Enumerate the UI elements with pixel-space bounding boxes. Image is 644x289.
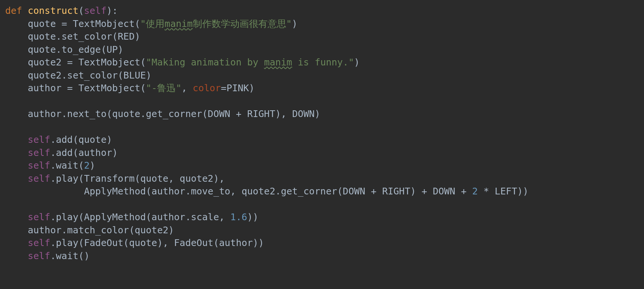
statement: quote2.set_color(BLUE) xyxy=(28,70,151,81)
code-editor[interactable]: def construct(self): quote = TextMobject… xyxy=(0,0,644,262)
spellcheck-squiggle: manim xyxy=(164,18,192,29)
continuation: ApplyMethod(author.move_to, quote2.get_c… xyxy=(84,186,472,197)
indent xyxy=(5,44,28,55)
code-line: quote.to_edge(UP) xyxy=(5,44,123,55)
indent xyxy=(5,70,28,81)
function-name: construct xyxy=(28,5,78,16)
paren-close-colon: ): xyxy=(107,5,118,16)
code-line: quote2 = TextMobject("Making animation b… xyxy=(5,57,360,68)
code-line: quote = TextMobject("使用manim制作数学动画很有意思") xyxy=(5,18,298,29)
string-text: 制作数学动画很有意思 xyxy=(193,18,286,29)
string-text: is funny. xyxy=(292,57,349,68)
code-line: author.match_color(quote2) xyxy=(5,225,174,236)
identifier: quote2 xyxy=(28,57,67,68)
paren-close: ) xyxy=(90,160,95,171)
indent xyxy=(5,134,28,145)
indent xyxy=(5,57,28,68)
statement: author.match_color(quote2) xyxy=(28,225,174,236)
code-line: author = TextMobject("-鲁迅", color=PINK) xyxy=(5,83,255,93)
self-ref: self xyxy=(28,212,50,222)
indent xyxy=(5,212,28,222)
code-line: def construct(self): xyxy=(5,5,118,16)
equals: = xyxy=(62,18,67,29)
code-line: ApplyMethod(author.move_to, quote2.get_c… xyxy=(5,186,529,197)
number-literal: 2 xyxy=(84,160,90,171)
method-call: .add(quote) xyxy=(50,134,112,145)
self-ref: self xyxy=(28,173,50,184)
string-open: " xyxy=(146,57,151,68)
kwarg-value: PINK) xyxy=(227,83,255,93)
code-line: self.add(quote) xyxy=(5,134,112,145)
equals: = xyxy=(67,57,73,68)
code-line: self.wait() xyxy=(5,250,90,261)
rest: * LEFT)) xyxy=(478,186,528,197)
string-open: " xyxy=(140,18,146,29)
equals: = xyxy=(221,83,227,93)
self-ref: self xyxy=(28,160,50,171)
self-ref: self xyxy=(28,134,50,145)
identifier: author xyxy=(28,83,67,93)
statement: quote.set_color(RED) xyxy=(28,31,140,42)
code-line: quote.set_color(RED) xyxy=(5,31,140,42)
code-line: self.play(Transform(quote, quote2), xyxy=(5,173,225,184)
self-ref: self xyxy=(28,147,50,158)
method-call: .add(author) xyxy=(50,147,118,158)
spellcheck-squiggle: manim xyxy=(264,57,292,68)
number-literal: 2 xyxy=(472,186,478,197)
call: TextMobject( xyxy=(67,18,141,29)
number-literal: 1.6 xyxy=(230,212,247,222)
string-text: Making animation by xyxy=(151,57,264,68)
self-ref: self xyxy=(28,250,50,261)
indent xyxy=(5,186,84,197)
call: TextMobject( xyxy=(73,57,146,68)
paren-open: ( xyxy=(78,5,84,16)
indent xyxy=(5,250,28,261)
code-line: self.add(author) xyxy=(5,147,118,158)
method-call: .play(Transform(quote, quote2), xyxy=(50,173,225,184)
paren-close: )) xyxy=(247,212,258,222)
indent xyxy=(5,31,28,42)
method-call: .play(ApplyMethod(author.scale, xyxy=(50,212,230,222)
indent xyxy=(5,108,28,119)
statement: author.next_to(quote.get_corner(DOWN + R… xyxy=(28,108,320,119)
indent xyxy=(5,18,28,29)
string-close: " xyxy=(348,57,354,68)
method-call: .play(FadeOut(quote), FadeOut(author)) xyxy=(50,237,264,248)
code-line: self.play(ApplyMethod(author.scale, 1.6)… xyxy=(5,212,258,222)
paren-close: ) xyxy=(292,18,298,29)
string-literal: "-鲁迅" xyxy=(146,83,181,93)
indent xyxy=(5,83,28,93)
indent xyxy=(5,173,28,184)
indent xyxy=(5,160,28,171)
indent xyxy=(5,237,28,248)
code-line: author.next_to(quote.get_corner(DOWN + R… xyxy=(5,108,320,119)
kwarg-name: color xyxy=(193,83,221,93)
method-call: .wait( xyxy=(50,160,84,171)
self-param: self xyxy=(84,5,107,16)
paren-close: ) xyxy=(354,57,360,68)
code-line: quote2.set_color(BLUE) xyxy=(5,70,151,81)
indent xyxy=(5,147,28,158)
equals: = xyxy=(67,83,73,93)
string-close: " xyxy=(286,18,292,29)
string-text: 使用 xyxy=(146,18,164,29)
call: TextMobject( xyxy=(73,83,146,93)
self-ref: self xyxy=(28,237,50,248)
identifier: quote xyxy=(28,18,61,29)
code-line: self.play(FadeOut(quote), FadeOut(author… xyxy=(5,237,264,248)
comma: , xyxy=(181,83,192,93)
method-call: .wait() xyxy=(50,250,89,261)
indent xyxy=(5,225,28,236)
statement: quote.to_edge(UP) xyxy=(28,44,123,55)
keyword-def: def xyxy=(5,5,28,16)
code-line: self.wait(2) xyxy=(5,160,95,171)
